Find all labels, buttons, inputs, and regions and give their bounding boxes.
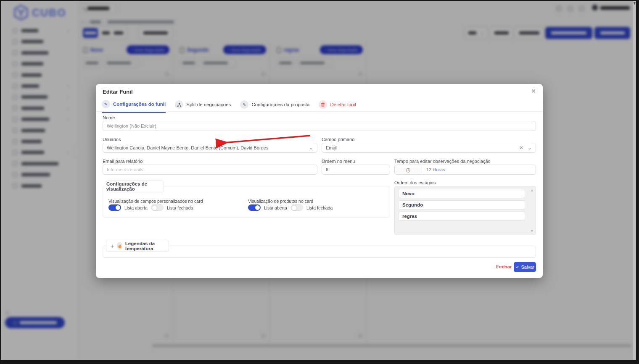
split-icon (175, 100, 183, 109)
trash-icon (319, 100, 327, 109)
close-icon[interactable]: ✕ (531, 88, 536, 94)
tabs-divider (96, 111, 543, 112)
tempo-editar-label: Tempo para editar observações da negocia… (394, 159, 491, 164)
edit-funnel-modal: Editar Funil ✕ ✎ Configurações do funil … (96, 84, 543, 278)
usuarios-label: Usuários (103, 137, 121, 142)
legendas-header[interactable]: + Legendas da temperatura (106, 240, 169, 252)
clock-icon: ◷ (395, 165, 422, 174)
clear-icon[interactable]: ✕ (519, 145, 523, 151)
email-relatorio-input[interactable] (103, 165, 317, 175)
ordem-menu-label: Ordem no menu (322, 159, 355, 164)
nome-input[interactable] (103, 121, 536, 131)
campos-lista-fechada-toggle[interactable] (151, 204, 164, 211)
campo-primario-select[interactable]: Email ✕ ⌄ (322, 143, 536, 153)
modal-title: Editar Funil (103, 89, 133, 95)
screen: CUBO ›››››› ⌂› › (0, 0, 639, 364)
app-window: CUBO ›››››› ⌂› › (1, 1, 636, 360)
produtos-caption: Visualização de produtos no card (248, 199, 313, 204)
flame-icon (117, 242, 122, 250)
stage-row[interactable]: Segundo (398, 200, 525, 209)
nome-label: Nome (103, 115, 115, 120)
stage-row[interactable]: Novo (398, 189, 525, 198)
produtos-lista-fechada-toggle[interactable] (290, 204, 303, 211)
produtos-lista-aberta-toggle[interactable] (248, 204, 261, 211)
usuarios-select[interactable]: Wellington Capoia, Daniel Mayne Bento, D… (103, 143, 317, 153)
campo-primario-label: Campo primário (322, 137, 354, 142)
scrollbar-arrow-icon (633, 2, 635, 5)
chevron-down-icon: ⌄ (309, 146, 313, 150)
fechar-button[interactable]: Fechar (496, 264, 512, 269)
visualizacao-title: Configurações de visualização (106, 181, 164, 192)
check-icon: ✓ (515, 264, 519, 270)
pencil-icon: ✎ (240, 100, 248, 109)
campos-personalizados-caption: Visualização de campos personalizados no… (108, 199, 203, 204)
estagios-list: Novo Segundo regras ▲ ▼ (394, 186, 536, 235)
scroll-down-icon[interactable]: ▼ (530, 229, 534, 233)
add-icon[interactable]: + (111, 243, 114, 249)
stage-row[interactable]: regras (398, 212, 525, 221)
salvar-button[interactable]: ✓ Salvar (514, 262, 536, 272)
campos-lista-aberta-toggle[interactable] (108, 204, 121, 211)
ordem-menu-input[interactable] (322, 165, 390, 175)
email-relatorio-label: Email para relatório (103, 159, 143, 164)
window-scrollbar[interactable] (633, 1, 636, 360)
tempo-editar-input[interactable]: ◷ 12 Horas (394, 165, 536, 175)
pencil-icon: ✎ (102, 100, 110, 108)
chevron-down-icon: ⌄ (528, 146, 532, 150)
estagios-label: Ordem dos estágios (394, 180, 436, 185)
scroll-up-icon[interactable]: ▲ (530, 188, 534, 192)
